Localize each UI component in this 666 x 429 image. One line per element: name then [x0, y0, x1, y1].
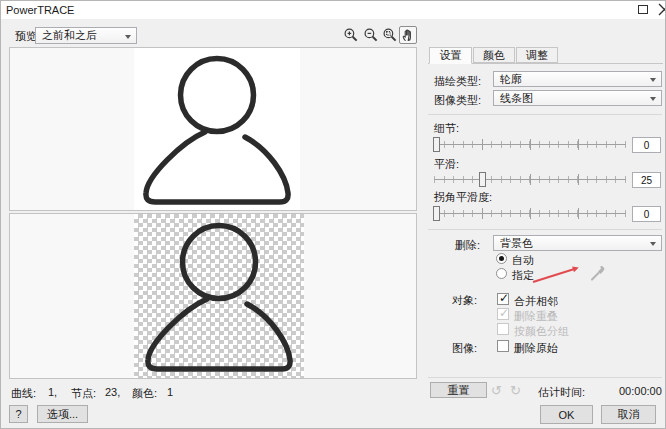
chevron-down-icon: [650, 97, 656, 104]
corner-smoothness-slider[interactable]: [434, 205, 626, 222]
colors-value: 1: [167, 386, 173, 398]
separator: [428, 229, 662, 230]
colors-label: 颜色:: [132, 386, 157, 401]
ok-button[interactable]: OK: [540, 405, 593, 424]
detail-slider[interactable]: [434, 136, 626, 153]
remove-dropdown[interactable]: 背景色: [493, 235, 662, 251]
eyedropper-icon[interactable]: [589, 263, 607, 287]
slider-handle[interactable]: [479, 172, 486, 187]
settings-panel: 设置 颜色 调整 描绘类型: 轮廓 图像类型: 线条图 细节: 0 平滑: 25: [428, 47, 663, 379]
separator: [428, 377, 662, 378]
tab-adjust[interactable]: 调整: [516, 47, 558, 63]
chevron-down-icon: [650, 242, 656, 249]
estimated-time-value: 00:00:00: [619, 385, 662, 397]
preview-before-pane[interactable]: [9, 47, 417, 211]
radio-auto-label: 自动: [512, 253, 534, 268]
remove-overlap-label: 删除重叠: [514, 309, 558, 324]
chevron-down-icon: [650, 78, 656, 85]
checkbox-merge-adjacent[interactable]: [497, 293, 509, 305]
corner-smoothness-label: 拐角平滑度:: [434, 190, 492, 205]
person-outline-graphic: [134, 48, 300, 211]
tab-settings[interactable]: 设置: [429, 47, 472, 64]
curves-value: 1,: [48, 386, 57, 398]
trace-type-label: 描绘类型:: [434, 74, 481, 89]
preview-dropdown[interactable]: 之前和之后: [35, 27, 137, 44]
chevron-down-icon: [125, 35, 131, 42]
pan-hand-icon[interactable]: [399, 26, 417, 44]
zoom-out-icon[interactable]: [362, 26, 380, 44]
maximize-icon[interactable]: [638, 5, 648, 14]
slider-handle[interactable]: [433, 137, 440, 152]
titlebar: PowerTRACE: [1, 1, 665, 19]
checkbox-delete-original[interactable]: [497, 340, 509, 352]
image-label: 图像:: [452, 341, 477, 356]
image-type-dropdown[interactable]: 线条图: [493, 90, 662, 106]
smoothing-value[interactable]: 25: [632, 172, 661, 188]
group-by-color-label: 按颜色分组: [514, 324, 569, 339]
preview-dropdown-value: 之前和之后: [42, 28, 97, 43]
undo-icon[interactable]: [491, 383, 502, 398]
zoom-in-icon[interactable]: [342, 26, 360, 44]
checkbox-group-by-color[interactable]: [497, 323, 509, 335]
corner-smoothness-value[interactable]: 0: [632, 206, 661, 222]
nodes-value: 23,: [105, 386, 120, 398]
detail-value[interactable]: 0: [632, 137, 661, 153]
close-icon[interactable]: [658, 3, 665, 16]
estimated-time-label: 估计时间:: [538, 385, 585, 400]
delete-original-label: 删除原始: [514, 341, 558, 356]
smoothing-label: 平滑:: [434, 157, 459, 172]
powertrace-dialog: PowerTRACE 预览: 之前和之后: [0, 0, 666, 429]
reset-button[interactable]: 重置: [430, 382, 487, 398]
options-button[interactable]: 选项...: [37, 405, 88, 423]
remove-label: 删除:: [455, 238, 480, 253]
detail-label: 细节:: [434, 121, 459, 136]
traced-result: [134, 214, 304, 378]
redo-icon[interactable]: [510, 383, 521, 398]
object-label: 对象:: [452, 293, 477, 308]
radio-specify-label: 指定: [512, 268, 534, 283]
smoothing-slider[interactable]: [434, 171, 626, 188]
person-outline-graphic: [136, 214, 302, 379]
separator: [428, 114, 662, 115]
slider-handle[interactable]: [433, 206, 440, 221]
checkbox-remove-overlap[interactable]: [497, 308, 509, 320]
radio-auto[interactable]: [496, 253, 507, 264]
zoom-fit-icon[interactable]: [381, 26, 399, 44]
window-title: PowerTRACE: [6, 4, 74, 16]
curves-label: 曲线:: [11, 386, 36, 401]
trace-type-value: 轮廓: [500, 72, 522, 87]
source-image: [134, 48, 300, 210]
help-button[interactable]: ?: [9, 405, 28, 423]
image-type-label: 图像类型:: [434, 93, 481, 108]
trace-type-dropdown[interactable]: 轮廓: [493, 71, 662, 87]
tab-color[interactable]: 颜色: [473, 47, 515, 63]
preview-after-pane[interactable]: [9, 213, 417, 379]
radio-specify[interactable]: [496, 268, 507, 279]
merge-adjacent-label: 合并相邻: [514, 294, 558, 309]
cancel-button[interactable]: 取消: [601, 405, 656, 424]
image-type-value: 线条图: [500, 91, 533, 106]
remove-value: 背景色: [500, 236, 533, 251]
nodes-label: 节点:: [71, 386, 96, 401]
